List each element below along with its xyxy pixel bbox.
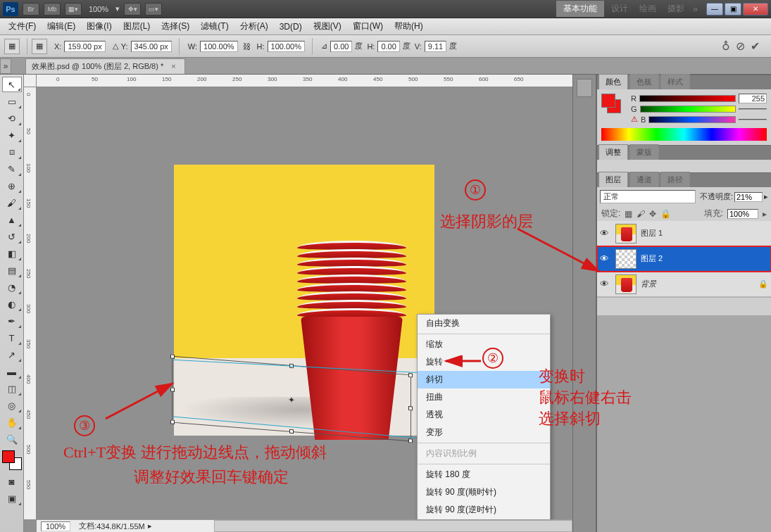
tab-styles[interactable]: 样式 — [660, 74, 690, 89]
canvas-area[interactable]: 050100150200250300350400450500550600650 … — [24, 75, 572, 532]
ctx-rotate180[interactable]: 旋转 180 度 — [418, 466, 550, 483]
opacity-caret-icon[interactable]: ▸ — [764, 192, 768, 201]
lasso-tool[interactable]: ⟲ — [2, 110, 22, 126]
visibility-icon[interactable]: 👁 — [600, 253, 611, 264]
hand-tool-shortcut-icon[interactable]: ✥▾ — [124, 3, 141, 15]
move-tool[interactable]: ↖ — [2, 77, 22, 92]
menu-view[interactable]: 视图(V) — [308, 18, 347, 34]
history-brush-tool[interactable]: ↺ — [2, 229, 22, 244]
zoom-caret-icon[interactable]: ▾ — [115, 4, 120, 13]
marquee-tool[interactable]: ▭ — [2, 94, 22, 109]
menu-help[interactable]: 帮助(H) — [389, 18, 429, 34]
fill-field[interactable] — [727, 209, 758, 219]
lock-all-icon[interactable]: 🔒 — [660, 209, 671, 219]
ctx-rotate-cw[interactable]: 旋转 90 度(顺时针) — [418, 483, 550, 501]
tab-color[interactable]: 颜色 — [598, 74, 628, 89]
status-zoom[interactable]: 100% — [41, 521, 70, 531]
ctx-perspective[interactable]: 透视 — [418, 406, 550, 424]
menu-filter[interactable]: 滤镜(T) — [195, 18, 234, 34]
color-swatch-pair[interactable] — [601, 94, 621, 113]
3d-tool[interactable]: ◫ — [2, 381, 22, 396]
h-field[interactable]: 100.00% — [268, 41, 305, 52]
tab-channels[interactable]: 通道 — [629, 172, 659, 187]
layer-name-bg[interactable]: 背景 — [641, 279, 656, 289]
layer-name-1[interactable]: 图层 1 — [641, 228, 663, 239]
screen-mode-icon[interactable]: ▭▾ — [145, 3, 162, 15]
menu-analysis[interactable]: 分析(A) — [234, 18, 274, 34]
menu-image[interactable]: 图像(I) — [81, 18, 117, 34]
3d-camera-tool[interactable]: ◎ — [2, 398, 22, 413]
ctx-warp[interactable]: 变形 — [418, 424, 550, 441]
brush-tool[interactable]: 🖌 — [2, 195, 22, 210]
workspace-paint[interactable]: 绘画 — [634, 1, 662, 17]
tab-adjust[interactable]: 调整 — [598, 144, 628, 160]
arrange-icon[interactable]: ▦▾ — [65, 3, 82, 15]
eraser-tool[interactable]: ◧ — [2, 246, 22, 261]
warp-mode-icon[interactable]: ♁ — [722, 39, 730, 53]
layer-name-2[interactable]: 图层 2 — [641, 253, 663, 264]
angle-field[interactable]: 0.00 — [330, 41, 352, 52]
opacity-field[interactable] — [734, 192, 763, 202]
layer-row-bg[interactable]: 👁 背景 🔒 — [597, 272, 771, 297]
blend-mode-select[interactable]: 正常 — [600, 190, 696, 203]
tab-layers[interactable]: 图层 — [598, 172, 628, 187]
document-tab[interactable]: 效果图.psd @ 100% (图层 2, RGB/8) * × — [25, 58, 185, 74]
layer-thumb-2[interactable] — [615, 249, 637, 269]
commit-transform-icon[interactable]: ✔ — [751, 39, 760, 53]
cancel-transform-icon[interactable]: ⊘ — [736, 39, 745, 53]
healing-tool[interactable]: ⊕ — [2, 178, 22, 194]
ctx-scale[interactable]: 缩放 — [418, 336, 550, 353]
ctx-rotate-ccw[interactable]: 旋转 90 度(逆时针) — [418, 501, 550, 519]
minimize-button[interactable]: — — [706, 3, 723, 15]
w-field[interactable]: 100.00% — [200, 41, 237, 52]
workspace-more-icon[interactable]: » — [690, 4, 701, 14]
layer-row-1[interactable]: 👁 图层 1 — [597, 221, 771, 246]
workspace-design[interactable]: 设计 — [606, 1, 634, 17]
maximize-button[interactable]: ▣ — [725, 3, 741, 15]
menu-edit[interactable]: 编辑(E) — [42, 18, 81, 34]
layer-thumb-1[interactable] — [615, 224, 637, 243]
dock-icon-1[interactable] — [577, 79, 592, 97]
gradient-tool[interactable]: ▤ — [2, 262, 22, 278]
lock-brush-icon[interactable]: 🖌 — [637, 209, 645, 219]
quickmask-icon[interactable]: ◙ — [2, 474, 22, 489]
ctx-skew[interactable]: 斜切 — [418, 371, 550, 388]
lock-move-icon[interactable]: ✥ — [649, 209, 656, 219]
b-slider[interactable] — [648, 116, 736, 123]
shear-h-field[interactable]: 0.00 — [377, 41, 399, 52]
ctx-distort[interactable]: 扭曲 — [418, 388, 550, 406]
tab-mask[interactable]: 蒙版 — [629, 144, 659, 160]
path-tool[interactable]: ↗ — [2, 347, 22, 362]
x-field[interactable]: 159.00 px — [64, 41, 105, 52]
panel-collapse-icon[interactable]: » — [0, 58, 11, 74]
reference-point-icon[interactable]: ▦ — [32, 39, 47, 54]
close-button[interactable]: ✕ — [743, 3, 768, 15]
titlebar-zoom[interactable]: 100% — [89, 5, 108, 13]
menu-window[interactable]: 窗口(W) — [347, 18, 389, 34]
menu-file[interactable]: 文件(F) — [3, 18, 42, 34]
type-tool[interactable]: T — [2, 330, 22, 346]
menu-layer[interactable]: 图层(L) — [118, 18, 156, 34]
layer-thumb-bg[interactable] — [615, 274, 637, 294]
y-field[interactable]: 345.00 px — [131, 41, 172, 52]
minibridge-icon[interactable]: Mb — [44, 3, 61, 15]
r-value[interactable]: 255 — [739, 94, 767, 103]
tab-close-icon[interactable]: × — [171, 62, 175, 70]
lock-pixels-icon[interactable]: ▦ — [625, 209, 632, 219]
ctx-free-transform[interactable]: 自由变换 — [418, 315, 550, 332]
layer-row-2[interactable]: 👁 图层 2 — [597, 246, 771, 272]
zoom-tool[interactable]: 🔍 — [2, 431, 22, 447]
g-value[interactable] — [739, 108, 767, 110]
tab-paths[interactable]: 路径 — [660, 172, 690, 187]
workspace-photo[interactable]: 摄影 — [662, 1, 690, 17]
b-value[interactable] — [739, 119, 767, 120]
r-slider[interactable] — [639, 95, 736, 102]
status-caret-icon[interactable]: ▸ — [148, 521, 152, 531]
canvas[interactable]: ✦ 自由变换 缩放 旋转 斜切 扭曲 透视 变形 内容识别比例 旋转 180 度… — [37, 87, 560, 519]
wand-tool[interactable]: ✦ — [2, 127, 22, 143]
visibility-icon[interactable]: 👁 — [600, 279, 611, 289]
horizontal-scrollbar[interactable] — [214, 520, 572, 532]
shape-tool[interactable]: ▬ — [2, 364, 22, 379]
current-tool-icon[interactable]: ▦ — [4, 39, 20, 54]
screenmode-tool[interactable]: ▣ — [2, 490, 22, 506]
